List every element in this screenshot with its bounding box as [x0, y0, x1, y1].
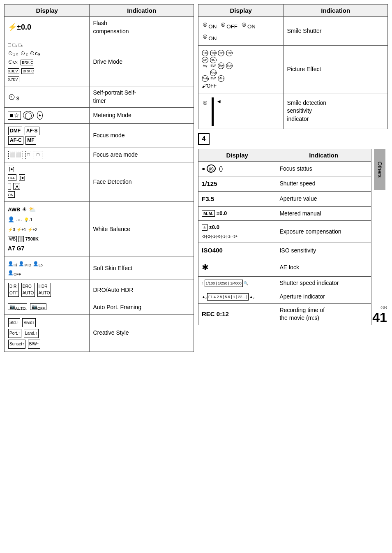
page-number-area: GB 41 [372, 305, 387, 325]
bw-box: B/W↑ [28, 340, 40, 349]
mm-box: M.M. [202, 210, 215, 217]
table-row: F3.5 Aperture value [198, 191, 371, 206]
timer3-icon: ⏲c₃ [30, 50, 41, 56]
right-column: Display Indication ☺ON ☺OFF ☺ON ☺ON Smil… [198, 4, 388, 352]
autoport-auto-icon: 📷AUTO [8, 303, 27, 310]
flash-wb2-icon: ⚡+2 [28, 227, 37, 232]
right-bottom-header-display: Display [198, 149, 276, 162]
table-row: ☺ ◄ Smile detectionsensitivityindicator [198, 93, 388, 129]
right-bottom-row: Display Indication ● ◎ () Focus status [198, 149, 388, 325]
table-row: □ □₁ □ₛ ⏲₁₀ ⏲₂ ⏲c₃ ⏲c₅ BRK C0.3EV BRK C0… [5, 38, 194, 86]
smile-on2-icon: ☺ON [241, 21, 256, 28]
smile-sensitivity-symbol: ☺ [202, 97, 208, 108]
creative-style-symbols: Std.↑ Vivid↑ Port.↑ Land.↑ Sunset↑ B/W↑ [8, 317, 86, 349]
sunset-box: Sunset↑ [8, 340, 25, 349]
right-bottom-header-indication: Indication [276, 149, 371, 162]
aperture-ind-left: ▲⁁ [202, 294, 206, 300]
shutter-speed-indicator: ↑ 1/100 | 1/250 | 1/4000 🔍 [202, 280, 272, 287]
display-cell-shutter: 1/125 [198, 176, 276, 191]
indication-cell-creative: Creative Style [90, 315, 194, 352]
land-box: Land.↑ [24, 329, 39, 338]
indication-cell-rectime: Recording time ofthe movie (m:s) [276, 303, 371, 325]
right-top-header-display: Display [198, 5, 284, 17]
spot-area-icon: ·□· [34, 151, 42, 159]
page-container: Display Indication ⚡±0.0 Flashcompensati… [4, 4, 388, 352]
shutter-ind-left: ↑ [202, 280, 204, 286]
autoport-off-icon: 📷OFF [30, 303, 46, 310]
rec-time-value: REC 0:12 [202, 310, 229, 317]
aperture-ind-scale: F1.4 2.8 | 5.6 | 1 | 22... | [207, 293, 249, 301]
table-row: ⚡±0.0 Flashcompensation [5, 17, 194, 38]
sthkey-icon: Sth key [202, 57, 208, 63]
display-cell-focusarea: ⬜⬜ □ ·□· [5, 148, 90, 162]
left-column: Display Indication ⚡±0.0 Flashcompensati… [4, 4, 194, 352]
table-row: 1/125 Shutter speed [198, 176, 371, 191]
table-row: ■☆ ◯ • Metering Mode [5, 108, 194, 124]
right-top-table: Display Indication ☺ON ☺OFF ☺ON ☺ON Smil… [198, 4, 388, 129]
indication-cell-shutter: Shutter speed [276, 176, 371, 191]
indication-cell-meteredman: Metered manual [276, 206, 371, 220]
table-row: ⏲₃ Self-portrait Self-timer [5, 86, 194, 108]
picture-effect-symbols: Pos Pop Rtro Part Sth key HC BW Toy Soft… [202, 48, 280, 90]
gb-label: GB [372, 305, 387, 310]
left-table-header-display: Display [5, 5, 90, 17]
wide-area-icon: ⬜⬜ [8, 151, 23, 159]
table-row: ↑ 1/100 | 1/250 | 1/4000 🔍 Shutter speed… [198, 277, 371, 290]
flash-wb1-icon: ⚡+1 [16, 227, 26, 232]
timer5-icon: ⏲c₅ [8, 59, 19, 65]
speed-icon: □ₛ [18, 42, 23, 47]
display-cell-expcomp: ± ±0.0 -3·|·2·|·1·|·0·|·1·|·2·|·3+ [198, 220, 276, 243]
spot-metering-icon: • [37, 111, 43, 120]
shutter-speed-value: 1/125 [202, 180, 217, 187]
skin-hi-icon: 👤Hi [8, 261, 17, 266]
display-cell-smile: ☺ON ☺OFF ☺ON ☺ON [198, 17, 284, 46]
awb-icon: AWB [8, 206, 20, 213]
display-cell-smiledet: ☺ ◄ [198, 93, 284, 129]
focus-open-icon: () [219, 165, 223, 172]
section-4-box: 4 [198, 133, 210, 145]
display-cell-aperture: F3.5 [198, 191, 276, 206]
indication-cell-softsk: Soft Skin Effect [90, 257, 194, 280]
side-label-column: Others GB 41 [371, 149, 388, 325]
indication-cell-selfportrait: Self-portrait Self-timer [90, 86, 194, 108]
table-row: D:ROFF DROAUTO HDRAUTO DRO/Auto HDR [5, 280, 194, 300]
indication-cell-focusst: Focus status [276, 162, 371, 176]
pos-icon: Pos [202, 50, 208, 56]
dro-auto-box: DROAUTO [21, 283, 35, 297]
shade-icon: 👤 [8, 216, 14, 222]
aperture-ind-right: ▲⁁ [249, 294, 254, 300]
indication-cell-focus: Focus mode [90, 123, 194, 148]
indication-cell-aperture-ind: Aperture indicator [276, 290, 371, 303]
smile-on1-icon: ☺ON [202, 21, 217, 28]
custom2-wb-icon: ▒ [18, 236, 24, 242]
display-cell-dro: D:ROFF DROAUTO HDRAUTO [5, 280, 90, 300]
indication-cell-wb: White Balance [90, 202, 194, 257]
left-table-header-indication: Indication [90, 5, 194, 17]
expcomp-box: ± [202, 224, 208, 231]
iso-value: ISO400 [202, 247, 223, 254]
table-row: ISO400 ISO sensitivity [198, 243, 371, 258]
indication-cell-autoport: Auto Port. Framing [90, 300, 194, 315]
indication-cell-expcomp: Exposure compensation [276, 220, 371, 243]
g7-icon: G7 [17, 245, 25, 252]
shutter-ind-right: 🔍 [244, 280, 248, 286]
cloud-icon: ⛅ [29, 206, 36, 213]
mf-box: MF [25, 136, 36, 145]
table-row: 📷AUTO 📷OFF Auto Port. Framing [5, 300, 194, 315]
table-row: ☺ON ☺OFF ☺ON ☺ON Smile Shutter [198, 17, 388, 46]
table-row: REC 0:12 Recording time ofthe movie (m:s… [198, 303, 371, 325]
right-bottom-table: Display Indication ● ◎ () Focus status [198, 149, 371, 325]
indication-cell-focusarea: Focus area mode [90, 148, 194, 162]
right-top-header-indication: Indication [284, 5, 388, 17]
flash-wb-icon: ⚡0 [8, 227, 15, 232]
table-row: 👤Hi 👤MID 👤Lo 👤OFF Soft Skin Effect [5, 257, 194, 280]
smile-off-icon: ☺OFF [220, 21, 238, 28]
indication-cell-metering: Metering Mode [90, 108, 194, 124]
display-cell-selfportrait: ⏲₃ [5, 86, 90, 108]
display-cell-focus: DMF AF-S AF-C MF [5, 123, 90, 148]
ae-lock-symbol: ✱ [202, 263, 209, 272]
display-cell-rectime: REC 0:12 [198, 303, 276, 325]
display-cell-iso: ISO400 [198, 243, 276, 258]
timer2-icon: ⏲₂ [20, 50, 28, 56]
table-row: [●]OFF [●]x [●]ON Face Detection [5, 162, 194, 201]
